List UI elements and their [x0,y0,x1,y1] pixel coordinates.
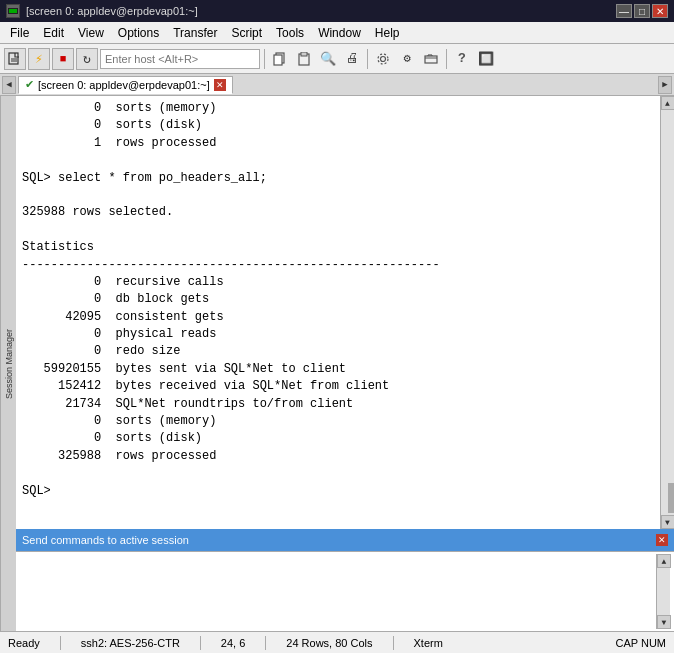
host-input[interactable] [100,49,260,69]
title-bar: [screen 0: appldev@erpdevap01:~] — □ ✕ [0,0,674,22]
menu-bar: FileEditViewOptionsTransferScriptToolsWi… [0,22,674,44]
status-ready: Ready [8,637,40,649]
toolbar-find-btn[interactable]: 🔍 [317,48,339,70]
menu-item-tools[interactable]: Tools [270,24,310,42]
terminal-wrapper: 0 sorts (memory) 0 sorts (disk) 1 rows p… [16,96,674,631]
command-input[interactable] [20,554,656,629]
toolbar-lightning-btn[interactable]: ⚡ [28,48,50,70]
svg-rect-9 [301,52,307,56]
session-manager-label: Session Manager [4,328,14,398]
svg-point-11 [378,54,388,64]
menu-item-options[interactable]: Options [112,24,165,42]
window-controls: — □ ✕ [616,4,668,18]
toolbar-new-btn[interactable] [4,48,26,70]
toolbar-refresh-btn[interactable]: ↻ [76,48,98,70]
terminal-row: 0 sorts (memory) 0 sorts (disk) 1 rows p… [16,96,674,529]
svg-rect-7 [274,55,282,65]
toolbar-stop-btn[interactable]: ■ [52,48,74,70]
main-area: Session Manager 0 sorts (memory) 0 sorts… [0,96,674,631]
svg-point-10 [381,56,386,61]
status-encryption: ssh2: AES-256-CTR [81,637,180,649]
toolbar-paste-btn[interactable] [293,48,315,70]
menu-item-help[interactable]: Help [369,24,406,42]
status-sep4 [393,636,394,650]
scroll-thumb[interactable] [668,483,675,513]
status-sep3 [265,636,266,650]
toolbar-separator3 [446,49,447,69]
toolbar-separator [264,49,265,69]
input-scroll-track [657,568,670,615]
toolbar-settings-btn[interactable] [372,48,394,70]
send-commands-bar: Send commands to active session ✕ [16,529,674,551]
tab-close-button[interactable]: ✕ [214,79,226,91]
session-sidebar[interactable]: Session Manager [0,96,16,631]
toolbar-help-btn[interactable]: ? [451,48,473,70]
svg-rect-2 [9,9,17,13]
input-area: ▲ ▼ [16,551,674,631]
terminal-content[interactable]: 0 sorts (memory) 0 sorts (disk) 1 rows p… [16,96,660,529]
toolbar-copy-btn[interactable] [269,48,291,70]
tab-bar: ◀ ✔ [screen 0: appldev@erpdevap01:~] ✕ ▶ [0,74,674,96]
minimize-button[interactable]: — [616,4,632,18]
toolbar: ⚡ ■ ↻ 🔍 🖨 ⚙ ? 🔲 [0,44,674,74]
toolbar-separator2 [367,49,368,69]
terminal-output: 0 sorts (memory) 0 sorts (disk) 1 rows p… [22,100,654,500]
status-terminal: Xterm [414,637,443,649]
status-sep2 [200,636,201,650]
toolbar-sftp-btn[interactable] [420,48,442,70]
input-scroll-up[interactable]: ▲ [657,554,671,568]
status-dimensions: 24 Rows, 80 Cols [286,637,372,649]
tab-check-icon: ✔ [25,78,34,91]
svg-rect-12 [425,56,437,63]
vertical-scrollbar[interactable]: ▲ ▼ [660,96,674,529]
menu-item-transfer[interactable]: Transfer [167,24,223,42]
menu-item-file[interactable]: File [4,24,35,42]
tab-scroll-left[interactable]: ◀ [2,76,16,94]
app-icon [6,4,20,18]
tab-scroll-right[interactable]: ▶ [658,76,672,94]
toolbar-build-btn[interactable]: ⚙ [396,48,418,70]
toolbar-extra-btn[interactable]: 🔲 [475,48,497,70]
toolbar-print-btn[interactable]: 🖨 [341,48,363,70]
input-scrollbar: ▲ ▼ [656,554,670,629]
menu-item-script[interactable]: Script [225,24,268,42]
send-commands-label: Send commands to active session [22,534,189,546]
close-button[interactable]: ✕ [652,4,668,18]
status-sep1 [60,636,61,650]
menu-item-edit[interactable]: Edit [37,24,70,42]
title-bar-left: [screen 0: appldev@erpdevap01:~] [6,4,198,18]
scroll-up-arrow[interactable]: ▲ [661,96,675,110]
menu-item-window[interactable]: Window [312,24,367,42]
tab-label: [screen 0: appldev@erpdevap01:~] [38,79,210,91]
status-bar: Ready ssh2: AES-256-CTR 24, 6 24 Rows, 8… [0,631,674,653]
maximize-button[interactable]: □ [634,4,650,18]
tab-right-buttons: ▶ [658,76,672,94]
title-text: [screen 0: appldev@erpdevap01:~] [26,5,198,17]
input-scroll-down[interactable]: ▼ [657,615,671,629]
tab-item-main[interactable]: ✔ [screen 0: appldev@erpdevap01:~] ✕ [18,76,233,94]
status-position: 24, 6 [221,637,245,649]
menu-item-view[interactable]: View [72,24,110,42]
scroll-down-arrow[interactable]: ▼ [661,515,675,529]
status-capslock: CAP NUM [615,637,666,649]
send-commands-close[interactable]: ✕ [656,534,668,546]
